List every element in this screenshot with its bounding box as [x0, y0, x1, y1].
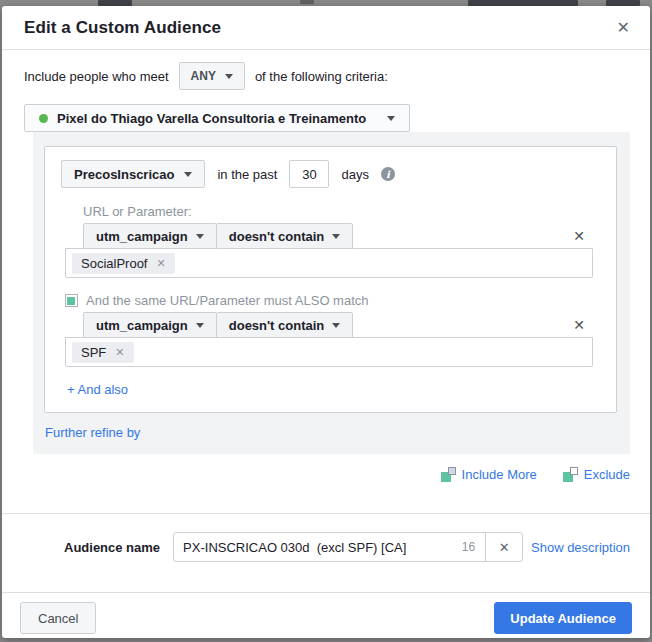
rule-1-remove-icon[interactable]: ✕: [573, 229, 585, 243]
show-description-link[interactable]: Show description: [531, 540, 630, 555]
event-row: PrecosInscricao in the past days i: [61, 160, 593, 188]
close-icon[interactable]: ✕: [613, 20, 634, 36]
include-more-label: Include More: [462, 467, 537, 482]
pixel-name: Pixel do Thiago Varella Consultoria e Tr…: [57, 111, 366, 126]
include-exclude-row: Include More Exclude: [24, 467, 630, 482]
days-text: days: [341, 167, 368, 182]
include-prefix-text: Include people who meet: [24, 69, 169, 84]
days-input[interactable]: [289, 160, 329, 188]
rule-card: PrecosInscricao in the past days i URL o…: [44, 146, 617, 413]
rule-1-operator-value: doesn't contain: [229, 229, 325, 244]
dialog-title: Edit a Custom Audience: [24, 18, 221, 38]
background-text-fragment: [300, 0, 314, 4]
rule-1-operator-dropdown[interactable]: doesn't contain: [216, 223, 354, 249]
rule-2-operator-value: doesn't contain: [229, 318, 325, 333]
rule-2-value-input[interactable]: SPF ✕: [65, 337, 593, 367]
url-parameter-label: URL or Parameter:: [83, 204, 593, 219]
event-name: PrecosInscricao: [74, 167, 174, 182]
caret-down-icon: [332, 234, 340, 239]
clear-name-icon[interactable]: ✕: [486, 540, 522, 555]
info-icon[interactable]: i: [381, 167, 395, 181]
further-refine-link[interactable]: Further refine by: [45, 425, 140, 440]
criteria-panel: PrecosInscricao in the past days i URL o…: [33, 132, 630, 454]
dialog-header: Edit a Custom Audience ✕: [2, 6, 650, 50]
include-more-icon: [441, 467, 456, 482]
also-match-checkbox[interactable]: [65, 294, 78, 307]
rule-2-token-text: SPF: [81, 346, 106, 359]
caret-down-icon: [387, 116, 395, 121]
pixel-dropdown[interactable]: Pixel do Thiago Varella Consultoria e Tr…: [24, 104, 410, 132]
rule-2-dropdown-row: utm_campaign doesn't contain ✕: [83, 312, 593, 338]
rule-1-token: SocialProof ✕: [72, 253, 175, 274]
rule-2-token: SPF ✕: [72, 342, 134, 363]
rule-1-value-input[interactable]: SocialProof ✕: [65, 248, 593, 278]
checkbox-fill-icon: [67, 297, 75, 305]
rule-1-field-dropdown[interactable]: utm_campaign: [83, 223, 217, 249]
audience-name-box: 16 ✕: [173, 532, 523, 562]
rule-1-token-remove-icon[interactable]: ✕: [156, 258, 165, 269]
include-more-link[interactable]: Include More: [441, 467, 537, 482]
also-match-row: And the same URL/Parameter must ALSO mat…: [65, 293, 593, 308]
event-dropdown[interactable]: PrecosInscricao: [61, 160, 205, 188]
match-type-dropdown[interactable]: ANY: [179, 62, 245, 90]
match-type-value: ANY: [191, 69, 216, 83]
rule-2-field-dropdown[interactable]: utm_campaign: [83, 312, 217, 338]
caret-down-icon: [225, 74, 233, 79]
in-the-past-text: in the past: [217, 167, 277, 182]
exclude-link[interactable]: Exclude: [563, 467, 630, 482]
and-also-link[interactable]: + And also: [67, 382, 128, 397]
exclude-label: Exclude: [584, 467, 630, 482]
rule-2-remove-icon[interactable]: ✕: [573, 318, 585, 332]
update-audience-button[interactable]: Update Audience: [494, 602, 632, 634]
audience-name-section: Audience name 16 ✕ Show description: [2, 513, 650, 592]
match-type-row: Include people who meet ANY of the follo…: [24, 62, 630, 90]
dialog-footer: Cancel Update Audience: [2, 592, 650, 638]
include-suffix-text: of the following criteria:: [255, 69, 388, 84]
url-parameter-section: URL or Parameter: utm_campaign doesn't c…: [65, 204, 593, 398]
rule-2-token-remove-icon[interactable]: ✕: [115, 347, 124, 358]
pixel-active-dot-icon: [39, 114, 48, 123]
caret-down-icon: [184, 172, 192, 177]
rule-1-field-value: utm_campaign: [96, 229, 188, 244]
caret-down-icon: [196, 323, 204, 328]
rule-2-field-value: utm_campaign: [96, 318, 188, 333]
rule-1-token-text: SocialProof: [81, 257, 147, 270]
cancel-button[interactable]: Cancel: [20, 602, 96, 634]
also-match-label: And the same URL/Parameter must ALSO mat…: [86, 293, 369, 308]
caret-down-icon: [332, 323, 340, 328]
rule-1-dropdown-row: utm_campaign doesn't contain ✕: [83, 223, 593, 249]
exclude-icon: [563, 467, 578, 482]
audience-name-label: Audience name: [64, 540, 160, 555]
audience-name-input[interactable]: [174, 540, 458, 555]
pixel-row: Pixel do Thiago Varella Consultoria e Tr…: [24, 104, 630, 132]
dialog-body: Include people who meet ANY of the follo…: [2, 50, 650, 513]
rule-2-operator-dropdown[interactable]: doesn't contain: [216, 312, 354, 338]
edit-custom-audience-dialog: Edit a Custom Audience ✕ Include people …: [2, 6, 650, 638]
char-count: 16: [458, 540, 485, 554]
caret-down-icon: [196, 234, 204, 239]
